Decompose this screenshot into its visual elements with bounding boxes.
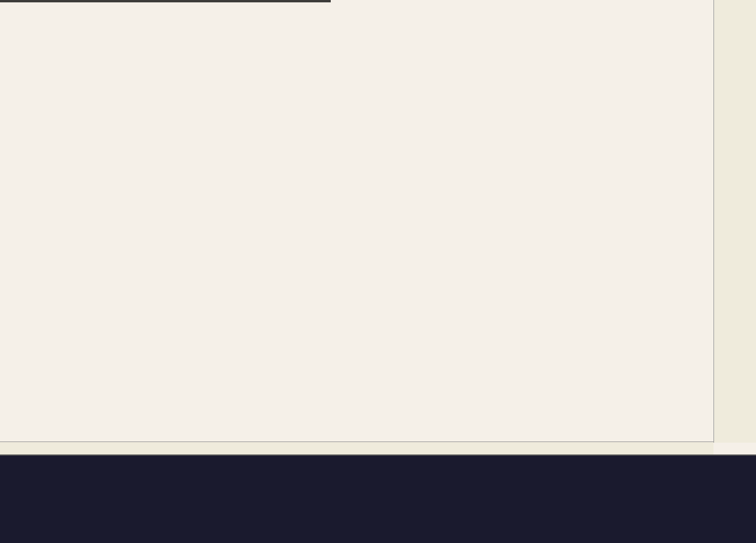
time-scale bbox=[0, 441, 713, 454]
price-scale bbox=[713, 0, 756, 443]
info-panel bbox=[0, 0, 331, 2]
indicator-canvas bbox=[0, 456, 756, 543]
indicator-panel bbox=[0, 454, 756, 543]
chart-container bbox=[0, 0, 756, 543]
